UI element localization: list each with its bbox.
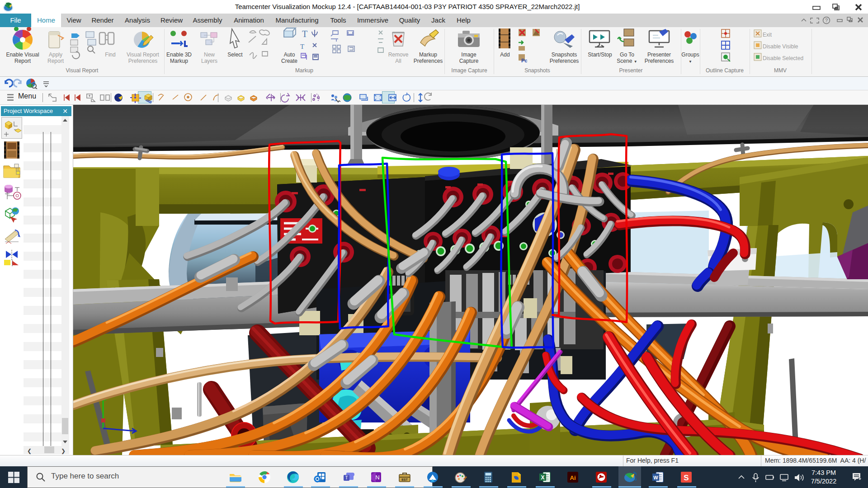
svg-text:?: ? xyxy=(825,18,828,23)
svg-text:Ai: Ai xyxy=(570,474,576,481)
svg-text:T: T xyxy=(345,475,348,480)
svg-text:S: S xyxy=(684,474,689,482)
svg-text:T: T xyxy=(300,43,304,50)
svg-text:EST: EST xyxy=(401,478,408,481)
svg-text:X: X xyxy=(541,474,544,481)
svg-text:N: N xyxy=(375,474,379,481)
svg-text:Pc: Pc xyxy=(521,58,527,63)
svg-text:T: T xyxy=(302,29,307,39)
svg-text:W: W xyxy=(653,475,658,480)
